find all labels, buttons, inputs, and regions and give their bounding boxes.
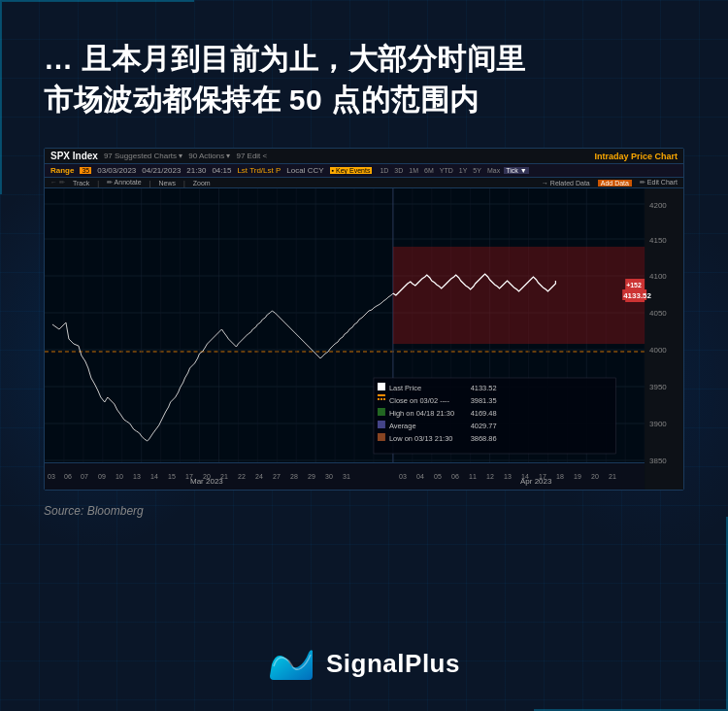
headline-line2: 市场波动都保持在 50 点的范围内 <box>44 80 684 120</box>
footer: SignalPlus <box>44 633 684 682</box>
action-annotate[interactable]: ✏ Annotate <box>107 179 142 186</box>
svg-text:+152: +152 <box>626 282 642 288</box>
svg-text:4133.52: 4133.52 <box>471 384 497 392</box>
svg-rect-41 <box>393 247 652 344</box>
main-container: … 且本月到目前为止，大部分时间里 市场波动都保持在 50 点的范围内 SPX … <box>0 0 728 711</box>
action-related[interactable]: → Related Data <box>542 180 590 186</box>
period-1m[interactable]: 1M <box>407 167 420 174</box>
range-ccy: Local CCY <box>286 166 323 175</box>
svg-text:3868.86: 3868.86 <box>471 434 497 443</box>
action-news[interactable]: News <box>158 180 176 186</box>
bloomberg-chart: SPX Index 97 Suggested Charts ▾ 90 Actio… <box>44 148 684 491</box>
period-6m[interactable]: 6M <box>422 167 436 174</box>
xaxis-mar-label: Mar 2023 <box>190 477 223 486</box>
signalplus-logo-icon <box>268 645 314 682</box>
source-text: Source: Bloomberg <box>44 504 684 518</box>
chart-range-bar: Range 35 03/03/2023 04/21/2023 21:30 04:… <box>45 164 683 178</box>
svg-text:Average: Average <box>389 422 416 430</box>
chart-menu-edit[interactable]: 97 Edit < <box>236 152 267 160</box>
svg-rect-61 <box>378 394 385 396</box>
chart-menu-actions[interactable]: 90 Actions ▾ <box>188 152 230 160</box>
svg-text:4029.77: 4029.77 <box>471 422 497 430</box>
logo-text: SignalPlus <box>326 649 460 679</box>
xaxis-apr-label: Apr 2023 <box>520 477 551 486</box>
headline-line1: … 且本月到目前为止，大部分时间里 <box>44 39 684 80</box>
svg-text:Low on 03/13 21:30: Low on 03/13 21:30 <box>389 434 453 443</box>
period-3d[interactable]: 3D <box>392 167 405 174</box>
svg-text:4200: 4200 <box>649 201 667 210</box>
chart-svg: 4200 4150 4100 4050 4000 3950 3900 3850 … <box>45 188 683 490</box>
svg-text:4050: 4050 <box>649 309 667 318</box>
period-max[interactable]: Max <box>485 167 502 174</box>
period-ytd[interactable]: YTD <box>438 167 455 174</box>
svg-text:3950: 3950 <box>649 383 667 391</box>
chart-intraday-label: Intraday Price Chart <box>594 152 678 161</box>
period-1d[interactable]: 1D <box>378 167 390 174</box>
chart-area: 4200 4150 4100 4050 4000 3950 3900 3850 … <box>45 188 683 490</box>
chart-menu-suggested[interactable]: 97 Suggested Charts ▾ <box>104 152 182 160</box>
action-zoom[interactable]: Zoom <box>193 180 211 186</box>
svg-text:Last Price: Last Price <box>389 384 421 392</box>
logo-container: SignalPlus <box>268 645 460 682</box>
svg-rect-58 <box>378 383 385 390</box>
svg-text:4133.52: 4133.52 <box>623 291 651 300</box>
action-edit-chart[interactable]: ✏ Edit Chart <box>640 179 678 186</box>
svg-text:4169.48: 4169.48 <box>471 409 497 418</box>
svg-text:4100: 4100 <box>649 272 667 281</box>
period-1y[interactable]: 1Y <box>457 167 470 174</box>
action-add-data[interactable]: Add Data <box>598 180 632 186</box>
range-time: 21:30 <box>186 166 206 175</box>
svg-text:High on 04/18 21:30: High on 04/18 21:30 <box>389 409 454 418</box>
range-number: 35 <box>80 167 91 174</box>
chart-action-bar: ← ✏ Track | ✏ Annotate | News | Zoom → R… <box>45 178 683 188</box>
range-start: 03/03/2023 <box>97 166 136 175</box>
range-end: 04/21/2023 <box>142 166 181 175</box>
svg-rect-71 <box>378 433 385 441</box>
period-5y[interactable]: 5Y <box>471 167 483 174</box>
svg-rect-65 <box>378 408 385 416</box>
action-track[interactable]: Track <box>73 180 89 186</box>
svg-text:3981.35: 3981.35 <box>471 396 497 405</box>
period-tick[interactable]: Tick ▼ <box>504 167 528 174</box>
svg-rect-42 <box>645 188 683 490</box>
period-buttons: 1D 3D 1M 6M YTD 1Y 5Y Max Tick ▼ <box>378 167 528 174</box>
headline: … 且本月到目前为止，大部分时间里 市场波动都保持在 50 点的范围内 <box>44 39 684 120</box>
x-axis: 03 06 07 09 10 13 14 15 17 20 21 22 24 2… <box>45 462 645 490</box>
xaxis-date-03: 03 <box>48 473 55 480</box>
range-trd: Lst Trd/Lst P <box>237 166 281 175</box>
key-events-btn[interactable]: ▪ Key Events <box>330 167 373 174</box>
svg-text:4000: 4000 <box>649 346 667 355</box>
range-lst: 04:15 <box>212 166 231 175</box>
chart-index-label: SPX Index <box>50 151 98 161</box>
range-label: Range <box>50 166 74 175</box>
svg-rect-68 <box>378 421 385 428</box>
svg-text:3900: 3900 <box>649 420 667 428</box>
svg-text:3850: 3850 <box>649 457 667 465</box>
svg-text:4150: 4150 <box>649 236 667 245</box>
chart-title-bar: SPX Index 97 Suggested Charts ▾ 90 Actio… <box>45 149 683 164</box>
svg-text:Close on 03/02 ----: Close on 03/02 ---- <box>389 396 450 405</box>
